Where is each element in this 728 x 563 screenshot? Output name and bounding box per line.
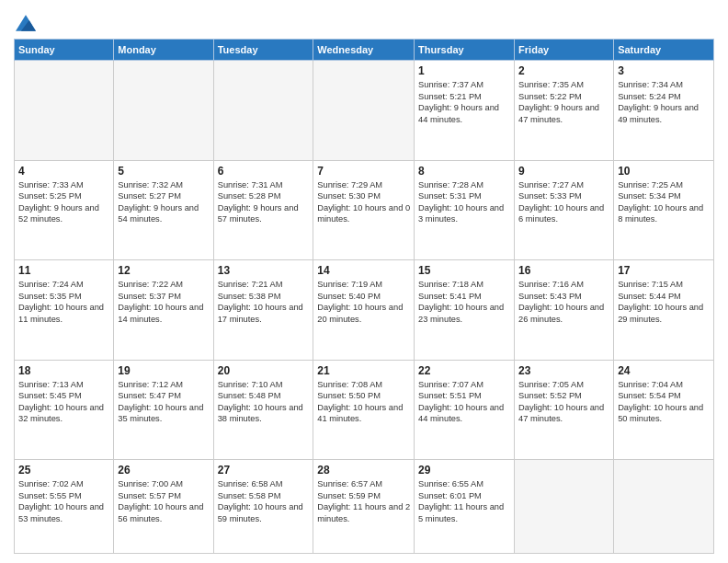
calendar-cell: 17Sunrise: 7:15 AMSunset: 5:44 PMDayligh… [614,260,714,361]
day-number: 11 [18,263,109,278]
calendar-week-3: 11Sunrise: 7:24 AMSunset: 5:35 PMDayligh… [15,260,714,361]
day-info: Sunrise: 7:37 AMSunset: 5:21 PMDaylight:… [418,79,510,125]
calendar-cell: 13Sunrise: 7:21 AMSunset: 5:38 PMDayligh… [213,260,313,361]
calendar-cell: 22Sunrise: 7:07 AMSunset: 5:51 PMDayligh… [415,360,515,460]
calendar-cell: 10Sunrise: 7:25 AMSunset: 5:34 PMDayligh… [614,160,714,260]
calendar-header-sunday: Sunday [15,40,114,61]
day-number: 25 [18,463,109,477]
logo-icon [16,13,36,33]
calendar-week-5: 25Sunrise: 7:02 AMSunset: 5:55 PMDayligh… [15,460,714,554]
calendar-header-thursday: Thursday [415,40,515,61]
calendar-cell: 24Sunrise: 7:04 AMSunset: 5:54 PMDayligh… [614,360,714,460]
day-number: 16 [518,263,609,278]
day-info: Sunrise: 7:32 AMSunset: 5:27 PMDaylight:… [118,179,209,225]
calendar-cell: 11Sunrise: 7:24 AMSunset: 5:35 PMDayligh… [15,260,114,361]
day-number: 26 [118,463,209,477]
day-number: 15 [418,263,510,278]
day-info: Sunrise: 7:31 AMSunset: 5:28 PMDaylight:… [218,179,310,225]
calendar-week-4: 18Sunrise: 7:13 AMSunset: 5:45 PMDayligh… [15,360,714,460]
calendar-cell [515,460,614,554]
day-number: 14 [317,263,410,278]
day-info: Sunrise: 7:18 AMSunset: 5:41 PMDaylight:… [418,279,510,325]
day-info: Sunrise: 7:19 AMSunset: 5:40 PMDaylight:… [317,279,410,325]
day-info: Sunrise: 7:21 AMSunset: 5:38 PMDaylight:… [218,279,310,325]
day-info: Sunrise: 7:12 AMSunset: 5:47 PMDaylight:… [118,379,209,425]
day-info: Sunrise: 7:27 AMSunset: 5:33 PMDaylight:… [518,179,609,225]
calendar-cell: 9Sunrise: 7:27 AMSunset: 5:33 PMDaylight… [515,160,614,260]
calendar-table: SundayMondayTuesdayWednesdayThursdayFrid… [14,39,714,554]
calendar-cell: 26Sunrise: 7:00 AMSunset: 5:57 PMDayligh… [114,460,213,554]
day-info: Sunrise: 6:57 AMSunset: 5:59 PMDaylight:… [317,478,410,524]
day-number: 7 [317,164,410,178]
day-number: 23 [518,363,609,378]
day-info: Sunrise: 7:24 AMSunset: 5:35 PMDaylight:… [18,279,109,325]
calendar-cell: 7Sunrise: 7:29 AMSunset: 5:30 PMDaylight… [313,160,415,260]
page: SundayMondayTuesdayWednesdayThursdayFrid… [0,0,728,563]
calendar-cell: 19Sunrise: 7:12 AMSunset: 5:47 PMDayligh… [114,360,213,460]
day-number: 10 [618,164,710,178]
day-number: 21 [317,363,410,378]
calendar-header-saturday: Saturday [614,40,714,61]
calendar-week-1: 1Sunrise: 7:37 AMSunset: 5:21 PMDaylight… [15,61,714,161]
day-info: Sunrise: 7:33 AMSunset: 5:25 PMDaylight:… [18,179,109,225]
day-number: 29 [418,463,510,477]
calendar-header-monday: Monday [114,40,213,61]
day-info: Sunrise: 7:08 AMSunset: 5:50 PMDaylight:… [317,379,410,425]
calendar-cell: 29Sunrise: 6:55 AMSunset: 6:01 PMDayligh… [415,460,515,554]
day-number: 13 [218,263,310,278]
logo [14,13,36,33]
day-number: 18 [18,363,109,378]
day-number: 2 [518,63,609,78]
day-number: 22 [418,363,510,378]
calendar-cell: 8Sunrise: 7:28 AMSunset: 5:31 PMDaylight… [415,160,515,260]
day-number: 4 [18,164,109,178]
calendar-cell: 12Sunrise: 7:22 AMSunset: 5:37 PMDayligh… [114,260,213,361]
day-number: 1 [418,63,510,78]
day-number: 19 [118,363,209,378]
calendar-header-friday: Friday [515,40,614,61]
day-info: Sunrise: 7:00 AMSunset: 5:57 PMDaylight:… [118,478,209,524]
day-number: 3 [618,63,710,78]
day-info: Sunrise: 6:58 AMSunset: 5:58 PMDaylight:… [218,478,310,524]
calendar-cell: 28Sunrise: 6:57 AMSunset: 5:59 PMDayligh… [313,460,415,554]
day-info: Sunrise: 7:16 AMSunset: 5:43 PMDaylight:… [518,279,609,325]
day-number: 24 [618,363,710,378]
header [14,9,714,33]
calendar-header-wednesday: Wednesday [313,40,415,61]
day-info: Sunrise: 7:25 AMSunset: 5:34 PMDaylight:… [618,179,710,225]
day-number: 28 [317,463,410,477]
day-info: Sunrise: 7:07 AMSunset: 5:51 PMDaylight:… [418,379,510,425]
day-info: Sunrise: 7:35 AMSunset: 5:22 PMDaylight:… [518,79,609,125]
calendar-cell [114,61,213,161]
calendar-cell: 27Sunrise: 6:58 AMSunset: 5:58 PMDayligh… [213,460,313,554]
calendar-cell: 23Sunrise: 7:05 AMSunset: 5:52 PMDayligh… [515,360,614,460]
calendar-cell: 18Sunrise: 7:13 AMSunset: 5:45 PMDayligh… [15,360,114,460]
calendar-cell: 21Sunrise: 7:08 AMSunset: 5:50 PMDayligh… [313,360,415,460]
day-info: Sunrise: 7:10 AMSunset: 5:48 PMDaylight:… [218,379,310,425]
day-info: Sunrise: 7:28 AMSunset: 5:31 PMDaylight:… [418,179,510,225]
calendar-cell [15,61,114,161]
calendar-cell: 15Sunrise: 7:18 AMSunset: 5:41 PMDayligh… [415,260,515,361]
calendar-header-row: SundayMondayTuesdayWednesdayThursdayFrid… [15,40,714,61]
calendar-cell: 20Sunrise: 7:10 AMSunset: 5:48 PMDayligh… [213,360,313,460]
calendar-cell: 25Sunrise: 7:02 AMSunset: 5:55 PMDayligh… [15,460,114,554]
calendar-week-2: 4Sunrise: 7:33 AMSunset: 5:25 PMDaylight… [15,160,714,260]
day-number: 9 [518,164,609,178]
day-number: 12 [118,263,209,278]
calendar-cell: 3Sunrise: 7:34 AMSunset: 5:24 PMDaylight… [614,61,714,161]
day-info: Sunrise: 6:55 AMSunset: 6:01 PMDaylight:… [418,478,510,524]
day-info: Sunrise: 7:05 AMSunset: 5:52 PMDaylight:… [518,379,609,425]
calendar-header-tuesday: Tuesday [213,40,313,61]
day-info: Sunrise: 7:02 AMSunset: 5:55 PMDaylight:… [18,478,109,524]
day-info: Sunrise: 7:15 AMSunset: 5:44 PMDaylight:… [618,279,710,325]
calendar-cell: 5Sunrise: 7:32 AMSunset: 5:27 PMDaylight… [114,160,213,260]
calendar-cell: 1Sunrise: 7:37 AMSunset: 5:21 PMDaylight… [415,61,515,161]
calendar-cell: 14Sunrise: 7:19 AMSunset: 5:40 PMDayligh… [313,260,415,361]
day-number: 27 [218,463,310,477]
day-number: 20 [218,363,310,378]
day-number: 17 [618,263,710,278]
calendar-cell [213,61,313,161]
day-info: Sunrise: 7:13 AMSunset: 5:45 PMDaylight:… [18,379,109,425]
day-number: 8 [418,164,510,178]
day-number: 5 [118,164,209,178]
